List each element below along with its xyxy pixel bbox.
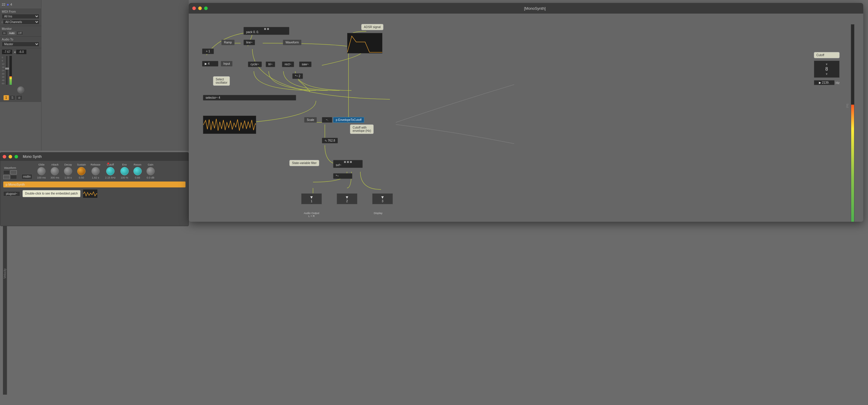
plugout-box[interactable]: plugout~: [3, 191, 20, 196]
window-title: [MonoSynth]: [210, 6, 860, 11]
display-label: Display: [366, 212, 390, 215]
scale-node[interactable]: Scale: [304, 117, 317, 123]
wave-btn-3[interactable]: [3, 175, 10, 179]
release-value: 1.82 s: [92, 176, 99, 179]
cycle-tilde-node[interactable]: cycle~: [248, 62, 262, 67]
gain-label: Gain: [148, 163, 153, 166]
minimize-button[interactable]: [8, 155, 12, 159]
synth-window: [MonoSynth]: [189, 3, 863, 222]
monitor-off-btn[interactable]: Off: [17, 31, 23, 35]
release-knob[interactable]: [91, 167, 100, 175]
freq-number-box[interactable]: ▶ 2139.: [814, 80, 835, 85]
mute-button[interactable]: ⊘: [16, 95, 23, 100]
saw-tilde-node[interactable]: saw~: [299, 62, 312, 67]
line-tilde-node[interactable]: line~: [244, 40, 255, 45]
cutoff-envelope-bubble: Cutoff with envelope (Hz): [350, 125, 374, 134]
win-maximize[interactable]: [204, 6, 208, 10]
envelope-to-cutoff-node[interactable]: p EnvelopeToCutoff: [333, 117, 364, 123]
out2-node[interactable]: ▼ 2: [337, 193, 358, 204]
maximize-button[interactable]: [14, 155, 18, 159]
midi-from-label: MIDI From: [2, 10, 39, 13]
waveform-display: [203, 115, 256, 134]
cutoff-control-area: Cutoff ▼ 8 ▼ ▶ 2139. Hz: [814, 52, 840, 85]
close-button[interactable]: [3, 155, 6, 159]
plus1-node[interactable]: + 1: [202, 48, 214, 54]
all-channels-select[interactable]: All Channels: [3, 20, 39, 25]
four-node[interactable]: ▶ 4: [202, 61, 218, 67]
select-osc-bubble: Select oscillator: [213, 76, 230, 86]
mult-out-node[interactable]: *~: [333, 173, 352, 179]
svg-rect-1: [347, 33, 382, 54]
tilde-node[interactable]: ~.: [322, 117, 332, 123]
attack-value: 300 ms: [51, 176, 59, 179]
wave-btn-1[interactable]: [3, 170, 10, 174]
reson-label: Reson: [134, 163, 142, 166]
wave-btn-4[interactable]: [10, 175, 17, 179]
sustain-knob[interactable]: [77, 167, 86, 175]
left-panel: 22 ● 4 MIDI From All Ins i All Channels …: [0, 0, 41, 151]
audio-output-label: Audio Output L + R: [295, 212, 328, 217]
rect-tilde-node[interactable]: rect~: [282, 62, 294, 67]
svf-tilde-node[interactable]: svf~: [333, 160, 363, 168]
out1-node[interactable]: ▼ 1: [301, 193, 322, 204]
input-node[interactable]: Input: [221, 61, 232, 67]
hz-label: Hz: [836, 81, 840, 85]
attack-label: Attack: [51, 163, 59, 166]
glide-knob[interactable]: [37, 167, 45, 175]
win-minimize[interactable]: [198, 6, 202, 10]
monitor-auto-btn[interactable]: Auto: [8, 31, 16, 35]
mult-tilde-2-node[interactable]: *~ 2: [292, 73, 303, 79]
waveform-selector[interactable]: [3, 170, 17, 179]
track-number: 22: [2, 3, 5, 6]
master-select[interactable]: Master: [2, 42, 39, 47]
sustain-label: Sustain: [77, 163, 86, 166]
cutoff-knob[interactable]: [106, 167, 115, 175]
monitor-label: Monitor: [2, 27, 39, 30]
pack-node[interactable]: pack 0. 0.: [244, 27, 289, 35]
instrument-panel: Mono Synth Waveform midlin: [0, 152, 189, 226]
win-close[interactable]: [192, 6, 196, 10]
freq-val-node[interactable]: ∿ 762.8: [322, 138, 338, 143]
track-num-button[interactable]: 1: [4, 95, 9, 100]
pan-knob[interactable]: [17, 86, 24, 93]
cutoff-right-bubble: Cutoff: [814, 52, 840, 58]
wave-btn-2[interactable]: [10, 170, 17, 174]
instrument-title: Mono Synth: [23, 155, 42, 159]
window-titlebar: [MonoSynth]: [189, 3, 863, 13]
tooltip-box: Double-click to see the embedded patch: [23, 190, 81, 197]
monitor-in-btn[interactable]: In: [2, 31, 7, 35]
p-mono-label: p MonoSynth: [6, 183, 25, 186]
decay-knob[interactable]: [64, 167, 72, 175]
reson-value: 0.66: [135, 176, 140, 179]
svg-rect-0: [203, 116, 256, 134]
cutoff-number-box[interactable]: ▼ 8 ▼: [814, 61, 840, 78]
state-var-bubble: State-variable filter: [289, 160, 319, 166]
glide-value: 100 ms: [37, 176, 46, 179]
ramp-node[interactable]: Ramp: [221, 40, 235, 45]
waveform-node[interactable]: Waveform: [283, 40, 302, 45]
track-background: [41, 0, 189, 151]
track-num2: 4: [10, 3, 12, 6]
decay-label: Decay: [64, 163, 72, 166]
instrument-titlebar: Mono Synth: [0, 153, 188, 161]
adsr-signal-bubble: ADSR signal: [361, 24, 383, 30]
cutoff-value: 2.15 kHz: [105, 176, 116, 179]
gain-knob[interactable]: [147, 167, 155, 175]
midlin-box[interactable]: midlin: [22, 174, 32, 179]
p-mono-bar[interactable]: p MonoSynth: [3, 181, 185, 188]
sustain-value: 0.50: [79, 176, 84, 179]
glide-label: Glide: [38, 163, 44, 166]
reson-knob[interactable]: [133, 167, 142, 175]
solo-button[interactable]: S: [9, 95, 16, 100]
waveform-label: Waveform: [4, 166, 16, 169]
out3-node[interactable]: ▼ 3: [372, 193, 393, 204]
fader-handle: [5, 68, 9, 69]
selector-tilde-node[interactable]: selector~ 4: [203, 95, 296, 101]
env-value: 100 %: [121, 176, 128, 179]
tri-tilde-node[interactable]: tri~: [266, 62, 275, 67]
env-knob[interactable]: [120, 167, 129, 175]
attack-knob[interactable]: [51, 167, 59, 175]
all-ins-select[interactable]: All Ins: [2, 14, 39, 19]
volume-fader[interactable]: [6, 56, 8, 85]
release-label: Release: [91, 163, 100, 166]
